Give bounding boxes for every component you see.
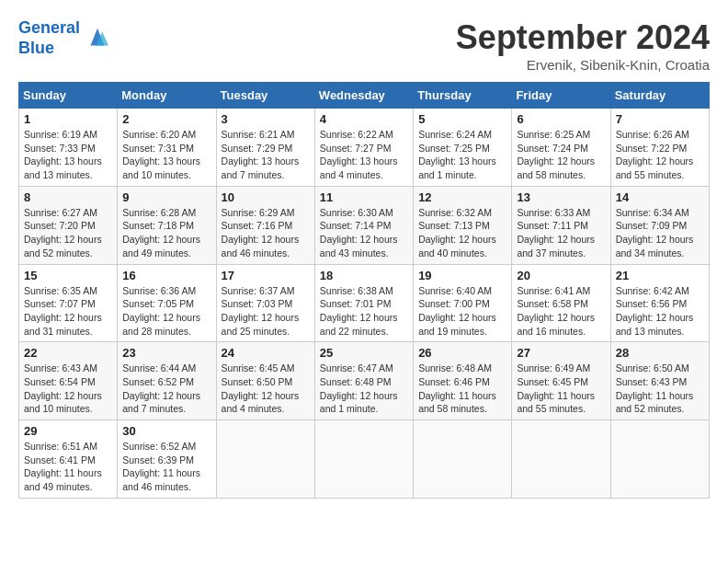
day-info: Sunrise: 6:32 AM Sunset: 7:13 PM Dayligh… bbox=[418, 206, 506, 260]
day-info: Sunrise: 6:19 AM Sunset: 7:33 PM Dayligh… bbox=[24, 128, 112, 182]
logo-general: General bbox=[18, 18, 80, 37]
calendar-cell: 11Sunrise: 6:30 AM Sunset: 7:14 PM Dayli… bbox=[314, 186, 413, 264]
calendar-cell: 17Sunrise: 6:37 AM Sunset: 7:03 PM Dayli… bbox=[216, 264, 314, 342]
calendar-week-row: 15Sunrise: 6:35 AM Sunset: 7:07 PM Dayli… bbox=[19, 264, 710, 342]
day-info: Sunrise: 6:43 AM Sunset: 6:54 PM Dayligh… bbox=[24, 362, 112, 416]
day-number: 24 bbox=[222, 346, 310, 360]
calendar-cell: 26Sunrise: 6:48 AM Sunset: 6:46 PM Dayli… bbox=[414, 342, 512, 420]
day-info: Sunrise: 6:40 AM Sunset: 7:00 PM Dayligh… bbox=[418, 284, 506, 339]
day-number: 25 bbox=[320, 346, 408, 360]
calendar-cell: 19Sunrise: 6:40 AM Sunset: 7:00 PM Dayli… bbox=[414, 264, 512, 342]
col-header-thursday: Thursday bbox=[414, 83, 512, 109]
day-number: 10 bbox=[222, 190, 310, 204]
calendar-cell: 4Sunrise: 6:22 AM Sunset: 7:27 PM Daylig… bbox=[314, 109, 413, 187]
day-number: 16 bbox=[122, 269, 210, 282]
day-number: 2 bbox=[122, 112, 210, 126]
calendar-cell: 12Sunrise: 6:32 AM Sunset: 7:13 PM Dayli… bbox=[414, 186, 512, 264]
col-header-friday: Friday bbox=[512, 83, 610, 109]
calendar-cell: 10Sunrise: 6:29 AM Sunset: 7:16 PM Dayli… bbox=[216, 186, 314, 264]
logo: General Blue bbox=[18, 18, 111, 58]
day-number: 29 bbox=[24, 424, 112, 438]
day-number: 4 bbox=[320, 112, 408, 126]
calendar-table: SundayMondayTuesdayWednesdayThursdayFrid… bbox=[18, 82, 710, 499]
calendar-cell: 20Sunrise: 6:41 AM Sunset: 6:58 PM Dayli… bbox=[512, 264, 610, 342]
day-number: 7 bbox=[616, 112, 704, 126]
day-info: Sunrise: 6:37 AM Sunset: 7:03 PM Dayligh… bbox=[222, 284, 310, 339]
calendar-cell: 9Sunrise: 6:28 AM Sunset: 7:18 PM Daylig… bbox=[118, 186, 216, 264]
day-number: 14 bbox=[616, 190, 704, 204]
col-header-sunday: Sunday bbox=[19, 83, 118, 109]
day-number: 15 bbox=[24, 269, 112, 282]
calendar-cell: 14Sunrise: 6:34 AM Sunset: 7:09 PM Dayli… bbox=[610, 186, 709, 264]
day-info: Sunrise: 6:50 AM Sunset: 6:43 PM Dayligh… bbox=[616, 362, 704, 416]
calendar-week-row: 22Sunrise: 6:43 AM Sunset: 6:54 PM Dayli… bbox=[19, 342, 710, 420]
day-info: Sunrise: 6:48 AM Sunset: 6:46 PM Dayligh… bbox=[418, 362, 506, 416]
day-number: 17 bbox=[222, 269, 310, 282]
day-info: Sunrise: 6:51 AM Sunset: 6:41 PM Dayligh… bbox=[24, 440, 112, 494]
day-info: Sunrise: 6:42 AM Sunset: 6:56 PM Dayligh… bbox=[616, 284, 704, 339]
day-info: Sunrise: 6:20 AM Sunset: 7:31 PM Dayligh… bbox=[122, 128, 210, 182]
calendar-cell: 3Sunrise: 6:21 AM Sunset: 7:29 PM Daylig… bbox=[216, 109, 314, 187]
day-info: Sunrise: 6:29 AM Sunset: 7:16 PM Dayligh… bbox=[222, 206, 310, 260]
day-info: Sunrise: 6:45 AM Sunset: 6:50 PM Dayligh… bbox=[222, 362, 310, 416]
calendar-cell: 30Sunrise: 6:52 AM Sunset: 6:39 PM Dayli… bbox=[118, 420, 216, 499]
day-info: Sunrise: 6:34 AM Sunset: 7:09 PM Dayligh… bbox=[616, 206, 704, 260]
col-header-tuesday: Tuesday bbox=[216, 83, 314, 109]
day-info: Sunrise: 6:47 AM Sunset: 6:48 PM Dayligh… bbox=[320, 362, 408, 416]
day-info: Sunrise: 6:25 AM Sunset: 7:24 PM Dayligh… bbox=[517, 128, 605, 182]
day-info: Sunrise: 6:24 AM Sunset: 7:25 PM Dayligh… bbox=[418, 128, 506, 182]
day-info: Sunrise: 6:52 AM Sunset: 6:39 PM Dayligh… bbox=[122, 440, 210, 494]
day-number: 11 bbox=[320, 190, 408, 204]
day-info: Sunrise: 6:22 AM Sunset: 7:27 PM Dayligh… bbox=[320, 128, 408, 182]
day-info: Sunrise: 6:28 AM Sunset: 7:18 PM Dayligh… bbox=[122, 206, 210, 260]
calendar-cell: 23Sunrise: 6:44 AM Sunset: 6:52 PM Dayli… bbox=[118, 342, 216, 420]
day-number: 22 bbox=[24, 346, 112, 360]
calendar-cell: 22Sunrise: 6:43 AM Sunset: 6:54 PM Dayli… bbox=[19, 342, 118, 420]
calendar-week-row: 29Sunrise: 6:51 AM Sunset: 6:41 PM Dayli… bbox=[19, 420, 710, 499]
day-number: 5 bbox=[418, 112, 506, 126]
day-number: 30 bbox=[122, 424, 210, 438]
day-info: Sunrise: 6:33 AM Sunset: 7:11 PM Dayligh… bbox=[517, 206, 605, 260]
title-block: September 2024 Ervenik, Sibenik-Knin, Cr… bbox=[456, 18, 710, 73]
calendar-header-row: SundayMondayTuesdayWednesdayThursdayFrid… bbox=[19, 83, 710, 109]
calendar-cell: 28Sunrise: 6:50 AM Sunset: 6:43 PM Dayli… bbox=[610, 342, 709, 420]
col-header-wednesday: Wednesday bbox=[314, 83, 413, 109]
month-title: September 2024 bbox=[456, 18, 710, 57]
day-info: Sunrise: 6:21 AM Sunset: 7:29 PM Dayligh… bbox=[222, 128, 310, 182]
col-header-saturday: Saturday bbox=[610, 83, 709, 109]
calendar-cell: 27Sunrise: 6:49 AM Sunset: 6:45 PM Dayli… bbox=[512, 342, 610, 420]
calendar-cell bbox=[512, 420, 610, 499]
day-info: Sunrise: 6:35 AM Sunset: 7:07 PM Dayligh… bbox=[24, 284, 112, 339]
day-number: 18 bbox=[320, 269, 408, 282]
day-number: 1 bbox=[24, 112, 112, 126]
day-number: 23 bbox=[122, 346, 210, 360]
page-header: General Blue September 2024 Ervenik, Sib… bbox=[18, 18, 710, 73]
day-info: Sunrise: 6:27 AM Sunset: 7:20 PM Dayligh… bbox=[24, 206, 112, 260]
calendar-cell: 21Sunrise: 6:42 AM Sunset: 6:56 PM Dayli… bbox=[610, 264, 709, 342]
day-number: 28 bbox=[616, 346, 704, 360]
day-info: Sunrise: 6:41 AM Sunset: 6:58 PM Dayligh… bbox=[517, 284, 605, 339]
calendar-cell: 8Sunrise: 6:27 AM Sunset: 7:20 PM Daylig… bbox=[19, 186, 118, 264]
day-info: Sunrise: 6:38 AM Sunset: 7:01 PM Dayligh… bbox=[320, 284, 408, 339]
day-number: 26 bbox=[418, 346, 506, 360]
logo-blue: Blue bbox=[18, 39, 54, 57]
calendar-cell bbox=[414, 420, 512, 499]
day-number: 12 bbox=[418, 190, 506, 204]
day-number: 8 bbox=[24, 190, 112, 204]
day-info: Sunrise: 6:26 AM Sunset: 7:22 PM Dayligh… bbox=[616, 128, 704, 182]
day-info: Sunrise: 6:49 AM Sunset: 6:45 PM Dayligh… bbox=[517, 362, 605, 416]
calendar-cell: 15Sunrise: 6:35 AM Sunset: 7:07 PM Dayli… bbox=[19, 264, 118, 342]
col-header-monday: Monday bbox=[118, 83, 216, 109]
calendar-cell: 6Sunrise: 6:25 AM Sunset: 7:24 PM Daylig… bbox=[512, 109, 610, 187]
day-number: 20 bbox=[517, 269, 605, 282]
calendar-cell: 18Sunrise: 6:38 AM Sunset: 7:01 PM Dayli… bbox=[314, 264, 413, 342]
day-number: 9 bbox=[122, 190, 210, 204]
location-subtitle: Ervenik, Sibenik-Knin, Croatia bbox=[456, 57, 710, 73]
logo-icon bbox=[84, 25, 111, 52]
calendar-cell: 1Sunrise: 6:19 AM Sunset: 7:33 PM Daylig… bbox=[19, 109, 118, 187]
day-info: Sunrise: 6:30 AM Sunset: 7:14 PM Dayligh… bbox=[320, 206, 408, 260]
day-number: 21 bbox=[616, 269, 704, 282]
calendar-cell bbox=[314, 420, 413, 499]
calendar-cell: 2Sunrise: 6:20 AM Sunset: 7:31 PM Daylig… bbox=[118, 109, 216, 187]
calendar-week-row: 8Sunrise: 6:27 AM Sunset: 7:20 PM Daylig… bbox=[19, 186, 710, 264]
